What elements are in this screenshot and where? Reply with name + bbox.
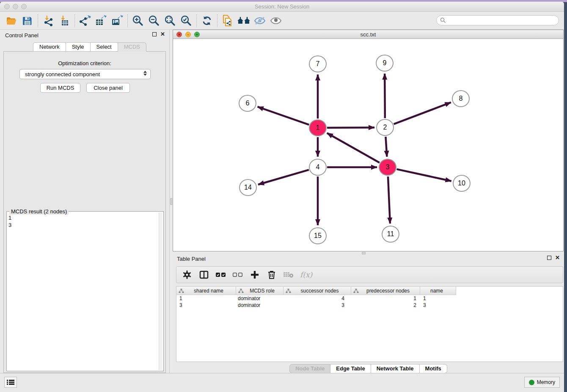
edge-2-8[interactable] xyxy=(394,102,451,124)
select-all-icon[interactable] xyxy=(215,269,226,280)
sort-icon xyxy=(238,288,244,293)
graph-node-2[interactable]: 2 xyxy=(376,119,394,136)
table-cell[interactable]: dominator xyxy=(236,295,284,301)
network-canvas[interactable]: 1234678910111415 xyxy=(173,39,563,251)
memory-status-icon xyxy=(529,380,534,385)
network-window-titlebar[interactable]: ✕ − + scc.txt xyxy=(173,30,563,39)
table-cell[interactable]: 3 xyxy=(284,302,351,308)
search-input[interactable] xyxy=(436,15,559,25)
task-history-button[interactable] xyxy=(4,377,17,388)
graph-node-8[interactable]: 8 xyxy=(452,90,470,107)
criterion-dropdown[interactable]: strongly connected component xyxy=(19,69,151,79)
mcds-result-title: MCDS result (2 nodes) xyxy=(9,208,69,215)
column-header-name[interactable]: name xyxy=(420,287,456,295)
table-cell[interactable]: 1 xyxy=(176,295,236,301)
close-table-panel-icon[interactable]: ✕ xyxy=(555,256,560,260)
refresh-icon[interactable] xyxy=(199,14,215,28)
tab-style[interactable]: Style xyxy=(66,42,91,52)
function-builder-button: f(x) xyxy=(300,271,312,279)
tab-mcds[interactable]: MCDS xyxy=(118,42,146,52)
graph-node-1[interactable]: 1 xyxy=(309,119,327,136)
table-panel: Table Panel ✕ xyxy=(173,253,564,373)
memory-button[interactable]: Memory xyxy=(524,377,560,388)
edge-1-2[interactable] xyxy=(327,127,374,128)
close-panel-button[interactable]: Close panel xyxy=(86,83,130,93)
settings-gear-icon[interactable] xyxy=(182,269,193,280)
export-image-icon[interactable] xyxy=(109,14,125,28)
table-cell[interactable]: 4 xyxy=(284,295,351,301)
tab-select[interactable]: Select xyxy=(91,42,118,52)
float-table-panel-icon[interactable] xyxy=(547,256,551,260)
table-cell[interactable]: 1 xyxy=(420,295,456,301)
edge-3-10[interactable] xyxy=(396,169,451,181)
delete-icon[interactable] xyxy=(266,269,277,280)
edges-layer xyxy=(173,39,563,251)
graph-node-3[interactable]: 3 xyxy=(379,159,396,176)
result-scrollbar[interactable] xyxy=(159,213,162,370)
zoom-out-icon[interactable] xyxy=(146,14,162,28)
column-panel-icon[interactable] xyxy=(198,269,209,280)
table-cell[interactable]: dominator xyxy=(236,302,284,308)
splitter-grip[interactable] xyxy=(170,198,172,205)
column-header-predecessor-nodes[interactable]: predecessor nodes xyxy=(351,287,420,295)
edge-2-9[interactable] xyxy=(385,74,385,118)
vertical-splitter[interactable] xyxy=(169,30,173,373)
deselect-all-icon[interactable] xyxy=(232,269,243,280)
export-network-icon[interactable] xyxy=(77,14,93,28)
add-icon[interactable] xyxy=(249,269,260,280)
graph-node-9[interactable]: 9 xyxy=(376,55,394,72)
main-toolbar xyxy=(0,12,564,30)
graph-node-7[interactable]: 7 xyxy=(309,55,327,72)
network-view-window: ✕ − + scc.txt 1234678910111415 xyxy=(173,30,564,251)
table-row[interactable]: 1dominator411 xyxy=(176,295,563,302)
graph-node-11[interactable]: 11 xyxy=(382,226,399,243)
edge-4-14[interactable] xyxy=(258,170,309,185)
graph-node-4[interactable]: 4 xyxy=(309,159,327,176)
column-header-shared-name[interactable]: shared name xyxy=(176,287,236,295)
home-networks-icon[interactable] xyxy=(236,14,252,28)
column-header-successor-nodes[interactable]: successor nodes xyxy=(284,287,351,295)
mcds-result-text: 1 3 xyxy=(8,214,157,368)
hide-selected-icon[interactable] xyxy=(252,14,268,28)
zoom-in-icon[interactable] xyxy=(130,14,146,28)
tab-network-table[interactable]: Network Table xyxy=(371,364,420,373)
table-panel-title: Table Panel xyxy=(177,256,206,262)
tab-edge-table[interactable]: Edge Table xyxy=(330,364,371,373)
graph-node-10[interactable]: 10 xyxy=(453,175,471,192)
tab-motifs[interactable]: Motifs xyxy=(420,364,447,373)
graph-node-14[interactable]: 14 xyxy=(239,179,257,196)
run-mcds-button[interactable]: Run MCDS xyxy=(40,83,80,93)
search-icon xyxy=(440,17,446,23)
edge-1-6[interactable] xyxy=(258,107,309,124)
table-cell[interactable]: 1 xyxy=(351,295,420,301)
memory-label: Memory xyxy=(537,379,555,385)
column-header-mcds-role[interactable]: MCDS role xyxy=(236,287,284,295)
table-toolbar: f(x) xyxy=(176,266,563,283)
float-panel-icon[interactable] xyxy=(152,32,157,36)
node-table[interactable]: shared name MCDS role successor nodes pr… xyxy=(176,286,563,362)
export-table-icon[interactable] xyxy=(93,14,109,28)
duplicate-network-icon[interactable] xyxy=(220,14,236,28)
toolbar-separator xyxy=(127,14,128,27)
sort-icon xyxy=(179,288,184,293)
import-network-icon[interactable] xyxy=(40,14,56,28)
edge-2-3[interactable] xyxy=(385,137,387,157)
edge-3-11[interactable] xyxy=(388,177,390,224)
tab-network[interactable]: Network xyxy=(33,42,66,52)
close-panel-icon[interactable]: ✕ xyxy=(160,32,165,36)
import-table-icon[interactable] xyxy=(56,14,72,28)
open-session-icon[interactable] xyxy=(3,14,19,28)
tab-node-table[interactable]: Node Table xyxy=(289,364,330,373)
table-cell[interactable]: 2 xyxy=(351,302,420,308)
zoom-selected-icon[interactable] xyxy=(178,14,194,28)
graph-node-6[interactable]: 6 xyxy=(239,95,256,112)
save-session-icon[interactable] xyxy=(19,14,36,28)
zoom-fit-icon[interactable] xyxy=(162,14,178,28)
table-cell[interactable]: 3 xyxy=(176,302,236,308)
show-graphics-details-icon[interactable] xyxy=(268,14,284,28)
delete-table-icon xyxy=(283,269,294,280)
table-row[interactable]: 3dominator323 xyxy=(176,302,563,309)
table-cell[interactable]: 3 xyxy=(420,302,456,308)
graph-node-15[interactable]: 15 xyxy=(309,227,327,244)
edge-3-1[interactable] xyxy=(327,133,380,163)
